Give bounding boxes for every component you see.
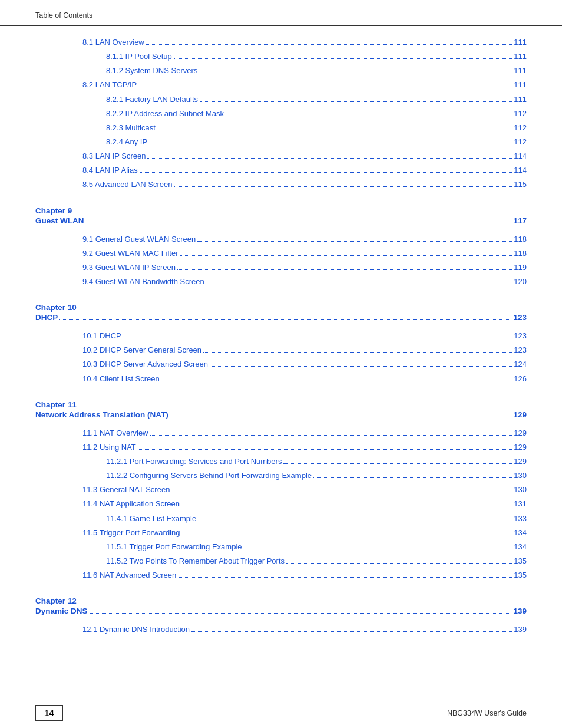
toc-entry-10: 8.5 Advanced LAN Screen115 xyxy=(35,179,527,190)
toc-page-8: 114 xyxy=(514,150,527,162)
toc-link-10[interactable]: 8.5 Advanced LAN Screen xyxy=(82,179,173,190)
toc-entry-13: 9.2 Guest WLAN MAC Filter118 xyxy=(35,248,527,259)
toc-entry-29: 11.5 Trigger Port Forwarding134 xyxy=(35,527,527,539)
toc-link-15[interactable]: 9.4 Guest WLAN Bandwidth Screen xyxy=(82,276,204,288)
toc-link-4[interactable]: 8.2.1 Factory LAN Defaults xyxy=(106,94,198,106)
toc-page-15: 120 xyxy=(514,276,527,288)
toc-dots-34 xyxy=(191,631,512,632)
toc-link-9[interactable]: 8.4 LAN IP Alias xyxy=(82,164,138,176)
toc-dots-14 xyxy=(177,269,512,270)
toc-dots-12 xyxy=(197,241,512,242)
toc-dots-17 xyxy=(123,338,513,338)
toc-link-22[interactable]: 11.1 NAT Overview xyxy=(82,427,148,439)
toc-link-31[interactable]: 11.5.2 Two Points To Remember About Trig… xyxy=(106,555,285,567)
toc-link-13[interactable]: 9.2 Guest WLAN MAC Filter xyxy=(82,248,178,259)
chapter-dots-21 xyxy=(170,417,512,417)
toc-page-28: 133 xyxy=(514,513,527,525)
toc-page-20: 126 xyxy=(514,373,527,385)
chapter-dots-11 xyxy=(86,223,512,223)
toc-dots-26 xyxy=(171,492,512,492)
toc-page-14: 119 xyxy=(514,262,527,274)
toc-link-28[interactable]: 11.4.1 Game List Example xyxy=(106,513,196,525)
toc-dots-2 xyxy=(199,73,512,73)
toc-link-19[interactable]: 10.3 DHCP Server Advanced Screen xyxy=(82,358,208,370)
toc-link-18[interactable]: 10.2 DHCP Server General Screen xyxy=(82,344,201,356)
toc-entry-17: 10.1 DHCP123 xyxy=(35,330,527,342)
footer-guide-name: NBG334W User's Guide xyxy=(447,709,527,717)
chapter-title-33[interactable]: Dynamic DNS xyxy=(35,607,88,615)
toc-link-14[interactable]: 9.3 Guest WLAN IP Screen xyxy=(82,262,176,274)
toc-link-5[interactable]: 8.2.2 IP Address and Subnet Mask xyxy=(106,108,224,120)
toc-page-5: 112 xyxy=(514,108,527,120)
toc-link-0[interactable]: 8.1 LAN Overview xyxy=(82,37,144,48)
toc-link-8[interactable]: 8.3 LAN IP Screen xyxy=(82,150,146,162)
toc-dots-24 xyxy=(283,463,512,464)
toc-link-20[interactable]: 10.4 Client List Screen xyxy=(82,373,160,385)
toc-link-32[interactable]: 11.6 NAT Advanced Screen xyxy=(82,569,176,581)
toc-page-13: 118 xyxy=(514,248,527,259)
toc-entry-24: 11.2.1 Port Forwarding: Services and Por… xyxy=(35,456,527,467)
chapter-title-16[interactable]: DHCP xyxy=(35,313,58,322)
chapter-label-33: Chapter 12 xyxy=(35,597,527,605)
toc-dots-29 xyxy=(181,535,512,535)
chapter-label-text-33: Chapter 12 xyxy=(35,597,77,605)
toc-page-22: 129 xyxy=(514,427,527,439)
toc-dots-31 xyxy=(286,563,512,564)
toc-entry-6: 8.2.3 Multicast112 xyxy=(35,122,527,134)
toc-entry-4: 8.2.1 Factory LAN Defaults111 xyxy=(35,94,527,106)
toc-page-7: 112 xyxy=(514,136,527,148)
toc-page-4: 111 xyxy=(514,94,527,106)
toc-link-23[interactable]: 11.2 Using NAT xyxy=(82,442,136,453)
toc-page-3: 111 xyxy=(514,79,527,91)
toc-link-12[interactable]: 9.1 General Guest WLAN Screen xyxy=(82,233,196,245)
toc-link-1[interactable]: 8.1.1 IP Pool Setup xyxy=(106,51,172,62)
toc-dots-18 xyxy=(203,352,512,353)
toc-dots-5 xyxy=(226,116,512,116)
toc-dots-0 xyxy=(146,44,513,45)
toc-entry-19: 10.3 DHCP Server Advanced Screen124 xyxy=(35,358,527,370)
chapter-title-11[interactable]: Guest WLAN xyxy=(35,216,84,225)
toc-link-34[interactable]: 12.1 Dynamic DNS Introduction xyxy=(82,624,190,635)
toc-dots-25 xyxy=(313,477,512,478)
toc-entry-26: 11.3 General NAT Screen130 xyxy=(35,484,527,496)
chapter-page-21: 129 xyxy=(513,410,527,419)
toc-page-29: 134 xyxy=(514,527,527,539)
toc-link-3[interactable]: 8.2 LAN TCP/IP xyxy=(82,79,137,91)
toc-link-2[interactable]: 8.1.2 System DNS Servers xyxy=(106,65,197,77)
toc-link-24[interactable]: 11.2.1 Port Forwarding: Services and Por… xyxy=(106,456,282,467)
chapter-label-text-21: Chapter 11 xyxy=(35,400,77,409)
toc-link-17[interactable]: 10.1 DHCP xyxy=(82,330,121,342)
toc-page-17: 123 xyxy=(514,330,527,342)
toc-link-30[interactable]: 11.5.1 Trigger Port Forwarding Example xyxy=(106,541,242,553)
page-footer: 14 NBG334W User's Guide xyxy=(0,698,562,728)
toc-page-23: 129 xyxy=(514,442,527,453)
toc-link-26[interactable]: 11.3 General NAT Screen xyxy=(82,484,170,496)
toc-link-29[interactable]: 11.5 Trigger Port Forwarding xyxy=(82,527,180,539)
toc-dots-28 xyxy=(198,521,512,521)
toc-entry-27: 11.4 NAT Application Screen131 xyxy=(35,498,527,510)
toc-link-6[interactable]: 8.2.3 Multicast xyxy=(106,122,156,134)
toc-entry-3: 8.2 LAN TCP/IP111 xyxy=(35,79,527,91)
chapter-label-21: Chapter 11 xyxy=(35,400,527,409)
toc-page-9: 114 xyxy=(514,164,527,176)
header-title: Table of Contents xyxy=(35,11,92,19)
chapter-title-line-21: Network Address Translation (NAT)129 xyxy=(35,410,527,419)
chapter-title-21[interactable]: Network Address Translation (NAT) xyxy=(35,410,168,419)
toc-link-27[interactable]: 11.4 NAT Application Screen xyxy=(82,498,180,510)
toc-dots-20 xyxy=(161,381,513,381)
chapter-page-33: 139 xyxy=(513,607,527,615)
toc-dots-27 xyxy=(181,506,512,506)
toc-link-7[interactable]: 8.2.4 Any IP xyxy=(106,136,147,148)
toc-entry-32: 11.6 NAT Advanced Screen135 xyxy=(35,569,527,581)
toc-page-2: 111 xyxy=(514,65,527,77)
toc-page-1: 111 xyxy=(514,51,527,62)
toc-page-18: 123 xyxy=(514,344,527,356)
toc-dots-3 xyxy=(138,87,512,87)
toc-page-32: 135 xyxy=(514,569,527,581)
toc-entry-1: 8.1.1 IP Pool Setup111 xyxy=(35,51,527,62)
toc-entry-22: 11.1 NAT Overview129 xyxy=(35,427,527,439)
toc-page-0: 111 xyxy=(514,37,527,48)
toc-page-10: 115 xyxy=(514,179,527,190)
chapter-label-text-11: Chapter 9 xyxy=(35,206,72,215)
toc-link-25[interactable]: 11.2.2 Configuring Servers Behind Port F… xyxy=(106,470,312,482)
